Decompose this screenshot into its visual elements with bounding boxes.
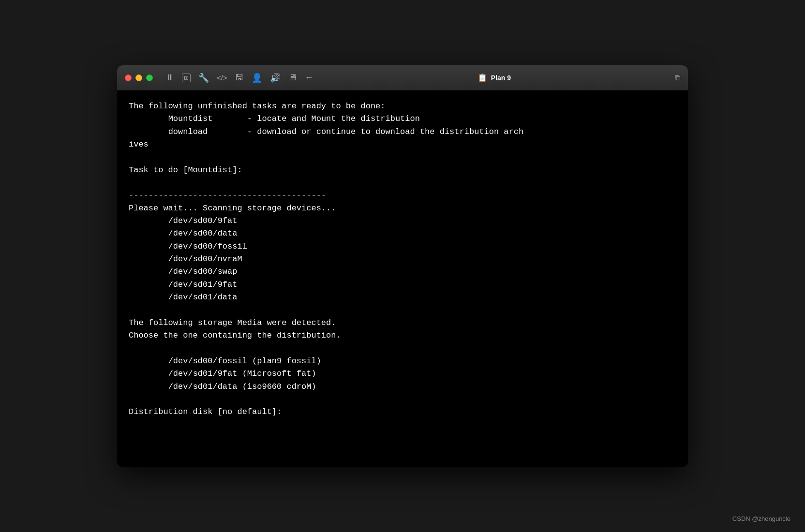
screen-icon[interactable]: ⊞ [182, 74, 191, 82]
traffic-lights [125, 74, 153, 81]
volume-icon[interactable]: 🔊 [270, 73, 281, 83]
window-title: Plan 9 [491, 74, 511, 82]
wrench-icon[interactable]: 🔧 [198, 73, 209, 83]
duplicate-icon[interactable]: ⧉ [675, 74, 680, 82]
person-icon[interactable]: 👤 [252, 73, 262, 83]
display-icon[interactable]: 🖥 [288, 73, 297, 83]
terminal-output: The following unfinished tasks are ready… [129, 100, 676, 419]
terminal-content[interactable]: The following unfinished tasks are ready… [117, 90, 688, 467]
back-icon[interactable]: ← [305, 73, 313, 83]
titlebar-right: ⧉ [675, 74, 680, 82]
maximize-button[interactable] [146, 74, 153, 81]
terminal-window: ⏸ ⊞ 🔧 </> 🖫 👤 🔊 🖥 ← 📋 Plan 9 ⧉ The follo… [117, 65, 688, 467]
minimize-button[interactable] [135, 74, 142, 81]
titlebar: ⏸ ⊞ 🔧 </> 🖫 👤 🔊 🖥 ← 📋 Plan 9 ⧉ [117, 65, 688, 90]
title-icon: 📋 [477, 73, 487, 82]
drive-icon[interactable]: 🖫 [235, 73, 244, 83]
title-area: 📋 Plan 9 [318, 73, 670, 82]
code-icon[interactable]: </> [217, 74, 227, 82]
watermark: CSDN @zhonguncle [732, 515, 790, 522]
pause-icon[interactable]: ⏸ [165, 73, 174, 83]
toolbar-icons: ⏸ ⊞ 🔧 </> 🖫 👤 🔊 🖥 ← [165, 73, 313, 83]
close-button[interactable] [125, 74, 132, 81]
